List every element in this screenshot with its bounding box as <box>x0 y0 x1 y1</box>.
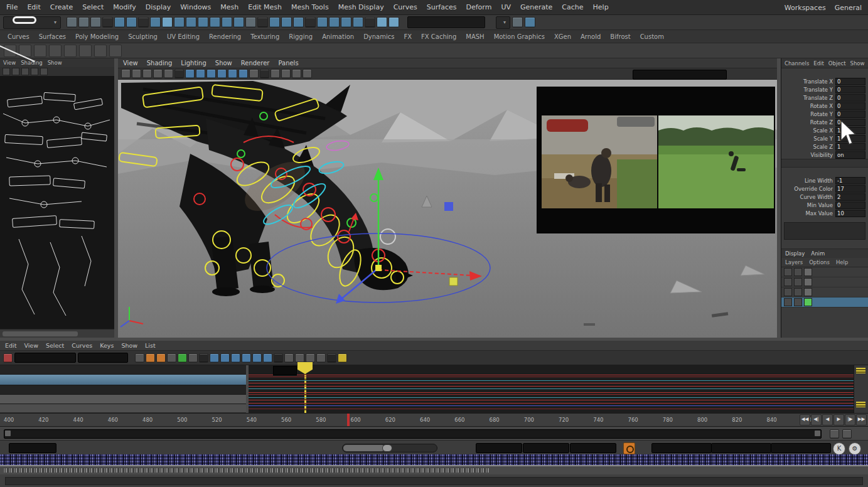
snap-time-icon[interactable] <box>178 353 187 363</box>
input-connections-icon[interactable] <box>269 17 280 28</box>
channel-box-menu-item[interactable]: Edit <box>813 60 823 67</box>
save-scene-icon[interactable] <box>90 17 101 28</box>
move-nearest-icon[interactable] <box>135 353 144 363</box>
playback-end-field[interactable] <box>570 443 616 453</box>
divider[interactable] <box>257 17 268 28</box>
display-layer-row-selected[interactable] <box>781 297 868 308</box>
shelf-tab[interactable]: Rendering <box>209 33 241 40</box>
shelf-tab[interactable]: Sculpting <box>128 33 158 40</box>
menu-item[interactable]: Curves <box>394 3 417 11</box>
timeline-menu-item[interactable]: Curves <box>72 342 92 349</box>
current-frame-field[interactable] <box>273 366 297 375</box>
grease-pencil-icon[interactable] <box>303 69 312 78</box>
menu-item[interactable]: Mesh Display <box>338 3 384 11</box>
shelf-tool-icon[interactable] <box>94 45 107 57</box>
side-panel-menu-item[interactable]: View <box>3 60 16 66</box>
transport-button[interactable]: ◀ <box>822 414 833 425</box>
command-line-input[interactable] <box>5 477 863 485</box>
panel-icon[interactable] <box>21 68 29 75</box>
channel-box-menu-item[interactable]: Channels <box>785 60 809 67</box>
reference-clip-left[interactable] <box>542 115 657 208</box>
bookmark-icon[interactable] <box>153 69 163 78</box>
shelf-tab[interactable]: MASH <box>466 33 484 40</box>
shelf-tab[interactable]: Custom <box>640 33 664 40</box>
shelf-tool-icon[interactable] <box>79 45 92 57</box>
layer-display-type-toggle[interactable] <box>794 278 802 286</box>
layer-color-swatch[interactable] <box>804 278 812 286</box>
menu-item[interactable]: Edit Mesh <box>248 3 282 11</box>
range-lock-icon[interactable] <box>842 429 852 439</box>
transport-button[interactable]: ▶▶ <box>856 414 867 425</box>
viewport-menu-item[interactable]: Shading <box>147 60 173 67</box>
menu-item[interactable]: Edit <box>27 3 40 11</box>
channel-box-menu-item[interactable]: Show <box>850 60 864 67</box>
time-ruler[interactable]: 4004204404604805005205405605806006206406… <box>0 413 868 427</box>
select-hierarchy-icon[interactable] <box>150 17 161 28</box>
timeline-menu-item[interactable]: Edit <box>5 342 16 349</box>
playback-speed-slider[interactable] <box>342 444 437 452</box>
workspace-dropdown[interactable]: ▾ <box>496 16 510 29</box>
range-start-handle[interactable] <box>5 431 11 436</box>
layer-editor-menu-item[interactable]: Help <box>836 259 848 265</box>
open-scene-icon[interactable] <box>78 17 89 28</box>
paint-effects-icon[interactable] <box>377 17 387 28</box>
range-options-icon[interactable] <box>830 429 839 439</box>
layer-visibility-toggle[interactable] <box>784 298 792 306</box>
menu-item[interactable]: Cache <box>562 3 583 11</box>
playback-start-field[interactable] <box>476 443 522 453</box>
sidebar-toggle-icon[interactable] <box>525 17 535 28</box>
layer-color-swatch[interactable] <box>804 298 812 306</box>
menu-item[interactable]: Create <box>50 3 73 11</box>
clamped-tangent-icon[interactable] <box>220 353 230 363</box>
track-row-selected[interactable] <box>0 375 246 385</box>
attribute-value-field[interactable]: 0 <box>835 102 865 110</box>
range-end-handle[interactable] <box>815 431 820 436</box>
channel-box-menu-item[interactable]: Object <box>828 60 846 67</box>
snap-view-plane-icon[interactable] <box>233 17 244 28</box>
image-plane-icon[interactable] <box>164 69 173 78</box>
flat-tangent-icon[interactable] <box>242 353 251 363</box>
snap-grid-icon[interactable] <box>186 17 196 28</box>
attribute-value-field[interactable]: 0 <box>835 86 865 94</box>
divider[interactable] <box>102 17 113 28</box>
panel-icon[interactable] <box>31 68 38 75</box>
time-marker[interactable] <box>347 414 350 426</box>
menu-item[interactable]: Display <box>146 3 171 11</box>
make-live-icon[interactable] <box>245 17 256 28</box>
menu-item[interactable]: Windows <box>180 3 211 11</box>
scrollbar-thumb[interactable] <box>3 331 78 336</box>
timeline-filter-field[interactable] <box>78 353 128 363</box>
anim-layer-field[interactable] <box>711 443 771 453</box>
joints-xray-icon[interactable] <box>281 69 291 78</box>
output-connections-icon[interactable] <box>281 17 292 28</box>
attribute-value-field[interactable]: 0 <box>835 78 865 85</box>
layer-visibility-toggle[interactable] <box>784 278 792 286</box>
hypershade-icon[interactable] <box>388 17 399 28</box>
timeline-menu-item[interactable]: Keys <box>100 342 114 349</box>
shelf-tab[interactable]: FX <box>404 33 412 40</box>
plateau-tangent-icon[interactable] <box>263 353 272 363</box>
panel-icon[interactable] <box>40 68 48 75</box>
motion-blur-icon[interactable] <box>249 69 259 78</box>
shelf-tab[interactable]: Surfaces <box>39 33 66 40</box>
shape-node-name[interactable] <box>781 168 868 176</box>
animation-preferences-button[interactable]: ⚙ <box>849 442 861 455</box>
layer-visibility-toggle[interactable] <box>784 288 792 296</box>
post-infinity-icon[interactable] <box>306 353 315 363</box>
snap-curve-icon[interactable] <box>198 17 208 28</box>
divider[interactable] <box>260 69 269 78</box>
menubar-right-item[interactable]: Workspaces <box>785 4 826 12</box>
dope-sheet-track-area[interactable] <box>249 365 854 413</box>
attribute-value-field[interactable]: 0 <box>835 201 865 209</box>
curve-filter-icon[interactable] <box>316 353 326 363</box>
transport-button[interactable]: ◀◀ <box>800 414 810 425</box>
range-start-field[interactable] <box>9 443 56 453</box>
status-search-input[interactable] <box>407 16 485 28</box>
panel-icon[interactable] <box>12 68 19 75</box>
shelf-tool-icon[interactable] <box>109 45 122 57</box>
divider[interactable] <box>327 353 336 363</box>
time-marker-icon[interactable] <box>338 353 347 363</box>
slider-knob[interactable] <box>382 444 392 452</box>
wireframe-icon[interactable] <box>185 69 195 78</box>
character-set-field[interactable] <box>651 443 712 453</box>
